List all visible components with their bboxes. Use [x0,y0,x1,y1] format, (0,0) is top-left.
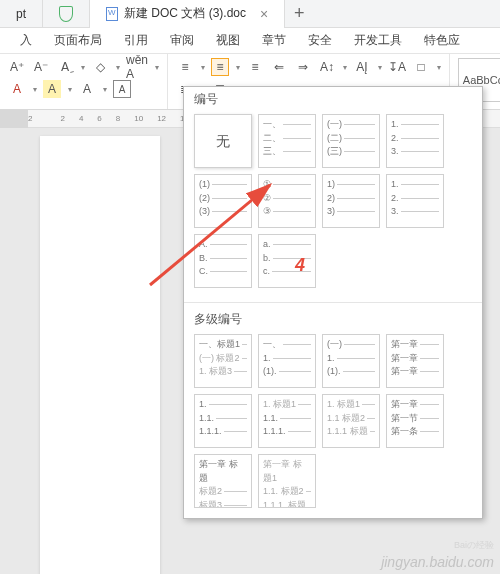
multilevel-option[interactable]: (一)1.(1). [322,334,380,388]
multilevel-option[interactable]: 1. 标题11.1 标题21.1.1 标题 [322,394,380,448]
menu-item[interactable]: 安全 [308,32,332,49]
none-label: 无 [216,131,230,152]
new-tab-button[interactable]: + [285,3,313,24]
chevron-down-icon: ▾ [201,63,205,72]
dropdown-multilevel-title: 多级编号 [184,307,482,328]
numbering-option-circled[interactable]: ①②③ [258,174,316,228]
chevron-down-icon: ▾ [33,85,37,94]
multilevel-option[interactable]: 第一章 标题11.1. 标题21.1.1. 标题3 [258,454,316,508]
tab-left-label: pt [16,7,26,21]
shrink-font-button[interactable]: A⁻ [32,58,50,76]
chevron-down-icon: ▾ [437,63,441,72]
ruler-tick: 6 [97,114,101,123]
tab-strip: pt 新建 DOC 文档 (3).doc × + [0,0,500,28]
multilevel-option[interactable]: 一、标题1(一) 标题21. 标题3 [194,334,252,388]
font-tools-group: A⁺ A⁻ Aِ▾ ◇▾ wěn A▾ A▾ A▾ A▾ A [0,54,168,109]
menu-item[interactable]: 页面布局 [54,32,102,49]
annotation-number: 4 [295,255,305,276]
dropdown-section-title: 编号 [184,87,482,108]
highlight-button[interactable]: A [43,80,61,98]
ruler-tick: 10 [134,114,143,123]
numbering-option[interactable]: 一、二、三、 [258,114,316,168]
indent-left-button[interactable]: ⇐ [270,58,288,76]
chevron-down-icon: ▾ [236,63,240,72]
multilevel-option[interactable]: 第一章第一节第一条 [386,394,444,448]
ruler-margin [0,110,28,128]
ruler-tick: 2 [28,114,32,123]
menu-item[interactable]: 开发工具 [354,32,402,49]
tab-doc-label: 新建 DOC 文档 (3).doc [124,5,246,22]
sort-button[interactable]: AĮ [353,58,371,76]
chevron-down-icon: ▾ [155,63,159,72]
multilevel-option[interactable]: 第一章 标题标题2标题3 [194,454,252,508]
doc-icon [106,7,118,21]
tab-shield[interactable] [43,0,90,28]
menu-item[interactable]: 引用 [124,32,148,49]
chevron-down-icon: ▾ [116,63,120,72]
indent-right-button[interactable]: ⇒ [294,58,312,76]
chevron-down-icon: ▾ [343,63,347,72]
numbering-option[interactable]: 1)2)3) [322,174,380,228]
ruler-tick: 4 [79,114,83,123]
chevron-down-icon: ▾ [81,63,85,72]
text-effects-button[interactable]: A↕ [318,58,336,76]
numbering-button[interactable]: ≡ [211,58,229,76]
menu-bar: 入 页面布局 引用 审阅 视图 章节 安全 开发工具 特色应 [0,28,500,54]
phonetic-button[interactable]: wěn A [126,58,148,76]
multilevel-option[interactable]: 1.1.1.1.1.1. [194,394,252,448]
page[interactable] [40,136,160,574]
numbering-option[interactable]: a.b.c. [258,234,316,288]
numbering-option[interactable]: (1)(2)(3) [194,174,252,228]
clear-format-button[interactable]: ◇ [91,58,109,76]
multilevel-option[interactable]: 第一章第一章第一章 [386,334,444,388]
align-button[interactable]: ≡ [246,58,264,76]
watermark-logo: Baiの经验 [454,539,494,552]
tab-document[interactable]: 新建 DOC 文档 (3).doc × [90,0,285,28]
menu-item[interactable]: 章节 [262,32,286,49]
style-preview-text: AaBbCcDd [463,74,500,86]
font-color-button[interactable]: A [8,80,26,98]
menu-item[interactable]: 特色应 [424,32,460,49]
shield-icon [59,6,73,22]
bullets-button[interactable]: ≡ [176,58,194,76]
char-border-button[interactable]: A [113,80,131,98]
numbering-option[interactable]: A.B.C. [194,234,252,288]
close-icon[interactable]: × [260,6,268,22]
chevron-down-icon: ▾ [378,63,382,72]
numbering-none[interactable]: 无 [194,114,252,168]
char-scale-button[interactable]: A [78,80,96,98]
chevron-down-icon: ▾ [103,85,107,94]
grow-font-button[interactable]: A⁺ [8,58,26,76]
numbering-option[interactable]: 1.2.3. [386,114,444,168]
ruler-tick: 2 [60,114,64,123]
chevron-down-icon: ▾ [68,85,72,94]
ruler-tick: 8 [116,114,120,123]
multilevel-option[interactable]: 一、1.(1). [258,334,316,388]
multilevel-option[interactable]: 1. 标题11.1.1.1.1. [258,394,316,448]
watermark-url: jingyan.baidu.com [381,554,494,570]
menu-item[interactable]: 入 [20,32,32,49]
menu-item[interactable]: 审阅 [170,32,194,49]
line-spacing-button[interactable]: ↧A [388,58,406,76]
numbering-option[interactable]: (一)(二)(三) [322,114,380,168]
numbering-option[interactable]: 1.2.3. [386,174,444,228]
menu-item[interactable]: 视图 [216,32,240,49]
ruler-tick: 12 [157,114,166,123]
font-case-button[interactable]: Aِ [56,58,74,76]
tab-left[interactable]: pt [0,0,43,28]
border-button[interactable]: □ [412,58,430,76]
numbering-dropdown: 编号 无 一、二、三、 (一)(二)(三) 1.2.3. (1)(2)(3) ①… [183,86,483,519]
